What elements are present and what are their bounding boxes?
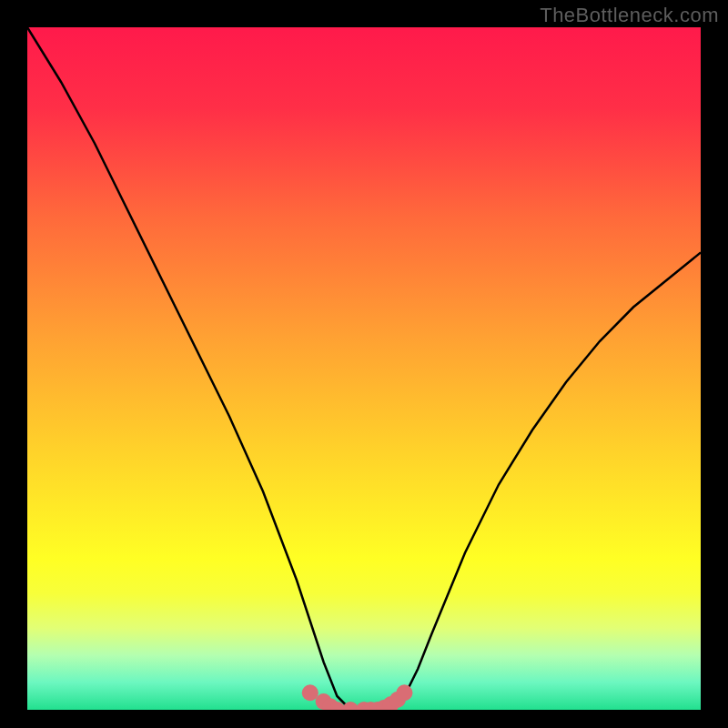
marker-dot (302, 684, 318, 701)
watermark-text: TheBottleneck.com (540, 4, 719, 27)
bottleneck-chart-svg (27, 27, 701, 710)
gradient-background (27, 27, 701, 710)
chart-frame: TheBottleneck.com (0, 0, 728, 728)
marker-dot (396, 684, 412, 701)
plot-area (27, 27, 701, 710)
